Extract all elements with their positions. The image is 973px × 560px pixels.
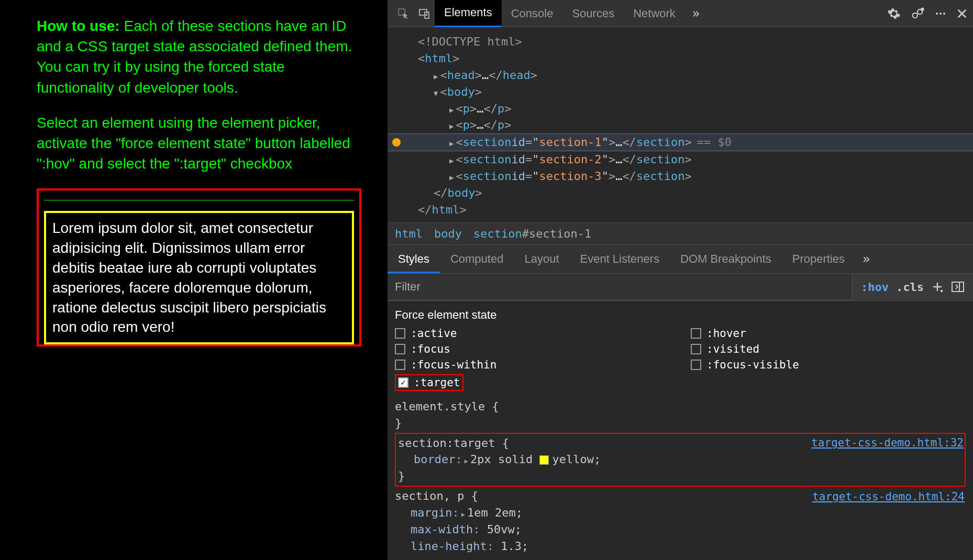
lorem-text: Lorem ipsum dolor sit, amet consectetur …: [52, 218, 346, 337]
whats-new-icon[interactable]: [910, 6, 925, 21]
dom-head[interactable]: <head>…</head>: [388, 67, 973, 84]
tab-network[interactable]: Network: [624, 1, 685, 27]
crumb-section[interactable]: section#section-1: [473, 227, 591, 240]
close-devtools-icon[interactable]: [956, 8, 968, 19]
crumb-body[interactable]: body: [434, 227, 462, 240]
devtools-main-tabs: Elements Console Sources Network »: [435, 0, 707, 27]
state-visited[interactable]: :visited: [691, 343, 966, 355]
svg-point-7: [939, 13, 942, 15]
force-element-state-panel: Force element state :active :hover :focu…: [388, 301, 973, 396]
divider-line: [44, 200, 354, 200]
tab-elements[interactable]: Elements: [435, 0, 502, 27]
styles-rules-body: element.style { } target-css-demo.html:3…: [388, 396, 973, 558]
dom-section-2[interactable]: <section id="section-2">…</section>: [388, 151, 973, 168]
inspect-element-icon[interactable]: [393, 3, 414, 24]
settings-gear-icon[interactable]: [887, 7, 901, 20]
dom-doctype[interactable]: <!DOCTYPE html>: [388, 33, 973, 50]
kebab-menu-icon[interactable]: [934, 7, 947, 20]
tab-event-listeners[interactable]: Event Listeners: [570, 245, 670, 273]
howto-label: How to use:: [37, 18, 120, 34]
checkbox-focus[interactable]: [395, 344, 405, 354]
tab-dom-breakpoints[interactable]: DOM Breakpoints: [670, 245, 782, 273]
state-target-highlighted[interactable]: :target: [395, 374, 463, 391]
dom-html-close[interactable]: </html>: [388, 201, 973, 218]
dom-body-open[interactable]: <body>: [388, 84, 973, 100]
tab-styles[interactable]: Styles: [388, 245, 440, 273]
state-active[interactable]: :active: [395, 327, 670, 340]
crumb-html[interactable]: html: [395, 227, 423, 240]
styles-more-chevron-icon[interactable]: »: [855, 252, 877, 266]
computed-sidebar-toggle-icon[interactable]: [951, 281, 965, 293]
more-tabs-chevron-icon[interactable]: »: [685, 6, 707, 21]
checkbox-target-checked[interactable]: [398, 377, 408, 388]
section-target-rule-highlighted[interactable]: target-css-demo.html:32 section:target {…: [395, 433, 966, 487]
toggle-element-state-hov[interactable]: :hov: [861, 281, 889, 294]
svg-point-8: [943, 13, 945, 15]
devtools-header: Elements Console Sources Network »: [388, 0, 973, 27]
dom-tree[interactable]: <!DOCTYPE html> <html> <head>…</head> <b…: [388, 27, 973, 222]
force-state-grid: :active :hover :focus :visited :focus-wi…: [395, 327, 966, 391]
dom-html-open[interactable]: <html>: [388, 50, 973, 67]
tab-layout[interactable]: Layout: [514, 245, 569, 273]
source-link-target[interactable]: target-css-demo.html:32: [811, 435, 964, 451]
styles-pane-tabs: Styles Computed Layout Event Listeners D…: [388, 245, 973, 274]
styles-filter-tools: :hov .cls: [853, 281, 973, 294]
tab-computed[interactable]: Computed: [440, 245, 514, 273]
state-hover[interactable]: :hover: [691, 327, 966, 340]
dom-p2[interactable]: <p>…</p>: [388, 117, 973, 133]
dom-section-3[interactable]: <section id="section-3">…</section>: [388, 168, 973, 185]
styles-filter-row: Filter :hov .cls: [388, 274, 973, 301]
dom-body-close[interactable]: </body>: [388, 185, 973, 201]
svg-point-3: [913, 13, 917, 17]
checkbox-active[interactable]: [395, 328, 405, 339]
dom-p1[interactable]: <p>…</p>: [388, 100, 973, 117]
force-state-title: Force element state: [395, 308, 966, 322]
tab-sources[interactable]: Sources: [562, 1, 624, 27]
device-toolbar-icon[interactable]: [414, 3, 435, 24]
checkbox-hover[interactable]: [691, 328, 701, 339]
svg-point-6: [936, 13, 938, 15]
tab-console[interactable]: Console: [502, 1, 563, 27]
element-style-rule[interactable]: element.style { }: [395, 398, 966, 432]
dom-section-1-selected[interactable]: <section id="section-1">…</section> == $…: [388, 133, 973, 151]
color-swatch-yellow[interactable]: [539, 455, 549, 465]
svg-point-9: [941, 290, 942, 292]
new-style-rule-plus-icon[interactable]: [931, 281, 944, 293]
checkbox-focus-visible[interactable]: [691, 360, 701, 370]
section-1-target-border: Lorem ipsum dolor sit, amet consectetur …: [44, 211, 354, 344]
howto-paragraph: How to use: Each of these sections have …: [37, 16, 361, 98]
checkbox-visited[interactable]: [691, 344, 701, 354]
state-focus-within[interactable]: :focus-within: [395, 359, 670, 371]
devtools-header-right: [887, 6, 968, 21]
tab-properties[interactable]: Properties: [782, 245, 855, 273]
checkbox-focus-within[interactable]: [395, 360, 405, 370]
forced-state-indicator-dot: [392, 138, 401, 147]
demo-page-panel: How to use: Each of these sections have …: [0, 0, 388, 560]
devtools-panel: Elements Console Sources Network » <!DOC…: [388, 0, 973, 560]
source-link-sectionp[interactable]: target-css-demo.html:24: [812, 489, 965, 505]
styles-filter-input[interactable]: Filter: [388, 274, 853, 300]
state-focus-visible[interactable]: :focus-visible: [691, 359, 966, 371]
state-focus[interactable]: :focus: [395, 343, 670, 355]
section-p-rule[interactable]: target-css-demo.html:24 section, p { mar…: [395, 488, 966, 555]
svg-point-5: [921, 8, 924, 10]
element-classes-cls[interactable]: .cls: [896, 281, 924, 294]
red-annotation-box: Lorem ipsum dolor sit, amet consectetur …: [37, 188, 361, 346]
instructions-paragraph: Select an element using the element pick…: [37, 113, 361, 174]
dom-breadcrumb: html body section#section-1: [388, 222, 973, 245]
